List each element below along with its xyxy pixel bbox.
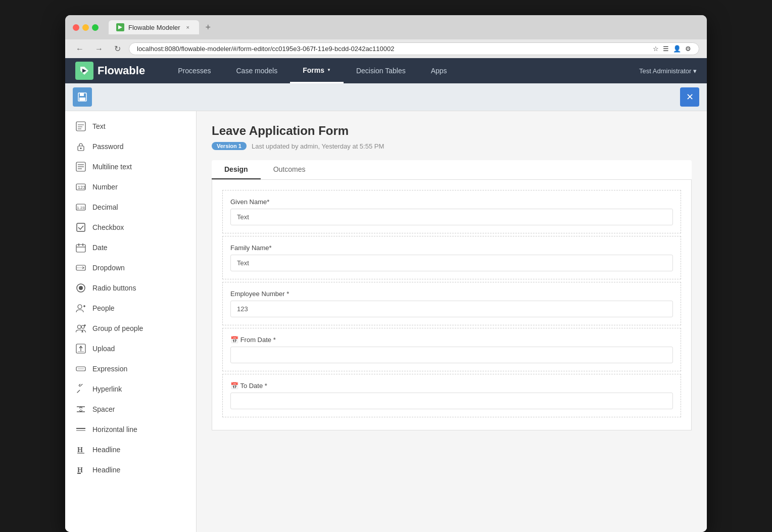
form-editor: Leave Application Form Version 1 Last up…	[197, 111, 707, 532]
tab-design[interactable]: Design	[212, 160, 261, 179]
sidebar-multiline-label: Multiline text	[92, 163, 132, 171]
address-text: localhost:8080/flowable-modeler/#/form-e…	[137, 45, 395, 53]
from-date-icon: 📅	[230, 336, 238, 344]
date-icon	[75, 242, 86, 253]
svg-point-30	[81, 325, 84, 328]
to-date-input[interactable]	[230, 393, 673, 409]
checkbox-icon	[75, 222, 86, 233]
family-name-label: Family Name*	[230, 244, 673, 252]
app-container: Flowable Processes Case models Forms Dec…	[65, 58, 707, 532]
star-icon: ☆	[653, 45, 659, 53]
address-input[interactable]: localhost:8080/flowable-modeler/#/form-e…	[129, 42, 699, 55]
people-icon	[75, 303, 86, 314]
sidebar-item-checkbox[interactable]: Checkbox	[65, 217, 196, 237]
svg-rect-3	[76, 122, 85, 131]
svg-point-25	[79, 286, 83, 290]
close-traffic-light[interactable]	[73, 24, 79, 31]
sidebar-number-label: Number	[92, 183, 118, 191]
sidebar-text-label: Text	[92, 122, 106, 130]
form-fields-area: Given Name* Family Name* Employee Number…	[212, 180, 692, 430]
new-tab-button[interactable]: +	[203, 22, 214, 33]
sidebar-item-hline[interactable]: Horizontal line	[65, 419, 196, 440]
sidebar-item-password[interactable]: Password	[65, 136, 196, 157]
sidebar-item-headline1[interactable]: H Headline	[65, 440, 196, 460]
sidebar-item-text[interactable]: Text	[65, 116, 196, 136]
sidebar-item-dropdown[interactable]: Dropdown	[65, 258, 196, 278]
multiline-icon	[75, 161, 86, 172]
sidebar-password-label: Password	[92, 142, 123, 151]
from-date-input[interactable]	[230, 347, 673, 363]
version-badge: Version 1	[212, 142, 247, 150]
form-tabs: Design Outcomes	[212, 160, 692, 180]
tab-close-button[interactable]: ×	[184, 24, 191, 31]
family-name-input[interactable]	[230, 255, 673, 271]
svg-rect-38	[79, 384, 84, 386]
svg-rect-17	[77, 223, 85, 231]
save-button[interactable]	[73, 87, 92, 107]
sidebar-item-group[interactable]: Group of people	[65, 318, 196, 338]
expression-icon	[75, 363, 86, 374]
logo-text: Flowable	[98, 64, 145, 77]
from-date-label: 📅 From Date *	[230, 336, 673, 344]
nav-item-apps[interactable]: Apps	[418, 58, 460, 83]
sidebar-item-hyperlink[interactable]: Hyperlink	[65, 379, 196, 399]
reload-button[interactable]: ↻	[111, 43, 124, 55]
traffic-lights	[73, 24, 99, 31]
sidebar-decimal-label: Decimal	[92, 203, 118, 211]
nav-item-case-models[interactable]: Case models	[223, 58, 290, 83]
tab-favicon	[116, 23, 124, 31]
browser-tab-active[interactable]: Flowable Modeler ×	[109, 20, 199, 34]
svg-point-26	[78, 305, 82, 309]
headline1-icon: H	[75, 444, 86, 455]
sidebar-item-headline2[interactable]: H Headline	[65, 460, 196, 480]
logo: Flowable	[75, 62, 145, 80]
group-icon	[75, 323, 86, 334]
sidebar: Text Password Multiline text	[65, 111, 197, 532]
main-content: Text Password Multiline text	[65, 111, 707, 532]
sidebar-upload-label: Upload	[92, 345, 115, 353]
back-button[interactable]: ←	[73, 43, 87, 55]
nav-item-forms[interactable]: Forms	[290, 58, 344, 83]
employee-number-label: Employee Number *	[230, 290, 673, 298]
sidebar-headline2-label: Headline	[92, 466, 120, 474]
minimize-traffic-light[interactable]	[82, 24, 89, 31]
profile-icon: 👤	[673, 45, 681, 53]
nav-user[interactable]: Test Administrator	[639, 67, 697, 75]
number-icon: 123	[75, 181, 86, 192]
sidebar-date-label: Date	[92, 244, 108, 252]
browser-titlebar: Flowable Modeler × +	[65, 15, 707, 39]
sidebar-item-decimal[interactable]: 1.23 Decimal	[65, 197, 196, 217]
sidebar-headline1-label: Headline	[92, 446, 120, 454]
svg-point-8	[80, 148, 82, 149]
employee-number-input[interactable]	[230, 301, 673, 317]
sidebar-item-upload[interactable]: Upload	[65, 338, 196, 359]
close-icon: ✕	[686, 91, 694, 103]
to-date-icon: 📅	[230, 382, 238, 390]
svg-text:1.23: 1.23	[77, 206, 85, 210]
sidebar-hyperlink-label: Hyperlink	[92, 385, 122, 393]
tab-bar: Flowable Modeler × +	[109, 20, 699, 34]
forward-button[interactable]: →	[92, 43, 106, 55]
nav-item-decision-tables[interactable]: Decision Tables	[344, 58, 418, 83]
tab-outcomes[interactable]: Outcomes	[261, 160, 318, 179]
sidebar-item-multiline[interactable]: Multiline text	[65, 157, 196, 177]
svg-text:H: H	[77, 466, 83, 474]
hline-icon	[75, 424, 86, 435]
sidebar-item-spacer[interactable]: Spacer	[65, 399, 196, 419]
sidebar-expression-label: Expression	[92, 365, 127, 373]
maximize-traffic-light[interactable]	[92, 24, 99, 31]
sidebar-group-label: Group of people	[92, 324, 143, 332]
sidebar-item-people[interactable]: People	[65, 298, 196, 318]
radio-icon	[75, 282, 86, 294]
sidebar-item-date[interactable]: Date	[65, 237, 196, 258]
sidebar-item-number[interactable]: 123 Number	[65, 177, 196, 197]
given-name-label: Given Name*	[230, 198, 673, 206]
close-button[interactable]: ✕	[680, 87, 699, 107]
sidebar-checkbox-label: Checkbox	[92, 223, 124, 231]
sidebar-item-expression[interactable]: Expression	[65, 359, 196, 379]
nav-item-processes[interactable]: Processes	[165, 58, 223, 83]
sidebar-dropdown-label: Dropdown	[92, 264, 125, 272]
given-name-input[interactable]	[230, 209, 673, 225]
sidebar-item-radio[interactable]: Radio buttons	[65, 278, 196, 298]
spacer-icon	[75, 404, 86, 415]
